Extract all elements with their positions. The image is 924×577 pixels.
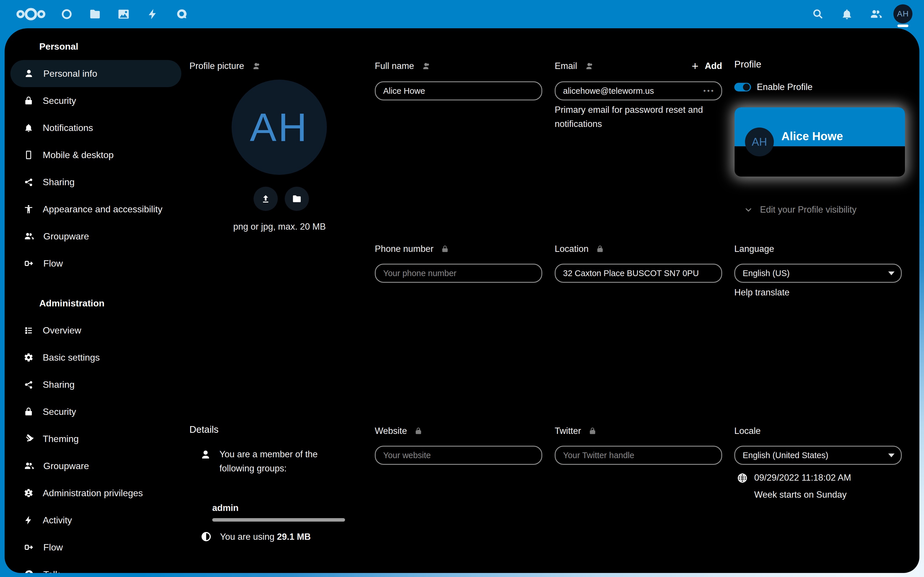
twitter-label: Twitter xyxy=(555,426,581,436)
sidebar-item-appearance-accessibility[interactable]: Appearance and accessibility xyxy=(10,196,181,223)
language-select[interactable]: English (US) xyxy=(734,264,902,283)
profile-avatar: AH xyxy=(232,80,327,175)
user-avatar-initials: AH xyxy=(897,9,909,18)
sidebar-item-theming[interactable]: Theming xyxy=(10,425,181,452)
sidebar-item-label: Flow xyxy=(43,258,63,269)
sidebar-item-admin-activity[interactable]: Activity xyxy=(10,507,181,534)
locale-label: Locale xyxy=(734,426,761,436)
sidebar-item-security[interactable]: Security xyxy=(10,87,181,114)
language-label-row: Language xyxy=(734,242,902,256)
upload-icon xyxy=(260,193,271,205)
enable-profile-toggle-row[interactable]: Enable Profile xyxy=(734,82,813,92)
files-icon xyxy=(89,8,101,21)
language-label: Language xyxy=(734,244,774,254)
account-icon xyxy=(200,449,212,461)
quota-text: You are using 29.1 MB xyxy=(220,530,311,544)
chevron-down-icon xyxy=(745,206,753,214)
gear-icon xyxy=(24,353,34,363)
enable-profile-toggle[interactable] xyxy=(734,83,751,92)
language-value: English (US) xyxy=(743,269,888,278)
choose-from-files-button[interactable] xyxy=(285,187,309,211)
lock-icon xyxy=(24,96,34,106)
dropdown-caret-icon xyxy=(888,453,895,457)
app-photos[interactable] xyxy=(115,0,132,28)
avatar-upload-caption: png or jpg, max. 20 MB xyxy=(189,222,370,232)
sidebar-item-personal-info[interactable]: Personal info xyxy=(10,60,181,87)
locale-datetime: 09/29/2022 11:18:02 AM xyxy=(754,472,851,483)
sidebar-item-groupware[interactable]: Groupware xyxy=(10,223,181,250)
scope-federated-icon[interactable] xyxy=(422,61,431,71)
sidebar-item-admin-flow[interactable]: Flow xyxy=(10,534,181,561)
paint-roller-icon xyxy=(24,434,34,444)
app-dashboard[interactable] xyxy=(58,0,75,28)
sidebar-item-label: Notifications xyxy=(43,122,93,133)
app-files[interactable] xyxy=(86,0,103,28)
sidebar-item-label: Activity xyxy=(43,515,72,525)
location-label: Location xyxy=(555,244,588,254)
twitter-input[interactable] xyxy=(555,446,722,465)
notifications-button[interactable] xyxy=(838,0,856,28)
full-name-input[interactable] xyxy=(375,81,542,100)
sidebar-item-label: Administration privileges xyxy=(43,488,143,498)
overview-icon xyxy=(24,326,34,335)
phone-input[interactable] xyxy=(375,264,542,283)
contacts-menu-button[interactable] xyxy=(867,0,884,28)
locale-select[interactable]: English (United States) xyxy=(734,446,902,465)
sidebar-item-sharing[interactable]: Sharing xyxy=(10,169,181,196)
app-talk[interactable] xyxy=(173,0,190,28)
scope-private-lock-icon[interactable] xyxy=(588,427,596,435)
website-input[interactable] xyxy=(375,446,542,465)
locale-value: English (United States) xyxy=(743,451,888,460)
sidebar-item-overview[interactable]: Overview xyxy=(10,317,181,344)
sidebar-item-admin-sharing[interactable]: Sharing xyxy=(10,371,181,398)
email-helper-text: Primary email for password reset and not… xyxy=(555,103,719,131)
contacts-icon xyxy=(24,231,34,242)
sidebar-item-notifications[interactable]: Notifications xyxy=(10,114,181,141)
scope-federated-icon[interactable] xyxy=(585,61,594,71)
locale-label-row: Locale xyxy=(734,424,902,438)
profile-picture-label-row: Profile picture xyxy=(189,59,368,73)
twitter-label-row: Twitter xyxy=(555,424,722,438)
avatar-active-indicator xyxy=(897,24,908,27)
email-label-row: Email + Add xyxy=(555,59,722,73)
scope-private-lock-icon[interactable] xyxy=(596,245,604,253)
location-input[interactable] xyxy=(555,264,722,283)
search-button[interactable] xyxy=(809,0,827,28)
locale-datetime-row: 09/29/2022 11:18:02 AM xyxy=(737,472,851,484)
quota-progress-bar xyxy=(212,518,345,522)
quota-value: 29.1 MB xyxy=(277,532,311,542)
scope-federated-icon[interactable] xyxy=(252,61,261,71)
email-input[interactable]: alicehowe@teleworm.us ••• xyxy=(555,81,722,100)
sidebar-item-label: Groupware xyxy=(43,231,89,242)
scope-private-lock-icon[interactable] xyxy=(441,245,449,253)
profile-picture-label: Profile picture xyxy=(189,61,244,71)
accessibility-icon xyxy=(24,204,34,214)
sidebar-heading-administration: Administration xyxy=(10,290,181,317)
scope-private-lock-icon[interactable] xyxy=(414,427,422,435)
app-activity[interactable] xyxy=(144,0,162,28)
user-avatar[interactable]: AH xyxy=(893,4,913,23)
settings-sidebar: Personal Personal info Security Notifica… xyxy=(10,33,181,573)
sidebar-item-label: Talk xyxy=(43,569,60,573)
sidebar-item-mobile-desktop[interactable]: Mobile & desktop xyxy=(10,141,181,169)
upload-avatar-button[interactable] xyxy=(254,187,278,211)
sidebar-item-flow[interactable]: Flow xyxy=(10,250,181,277)
gear-account-icon xyxy=(24,488,34,498)
nextcloud-logo[interactable] xyxy=(12,0,50,28)
edit-profile-visibility-button[interactable]: Edit your Profile visibility xyxy=(745,205,856,215)
toggle-knob xyxy=(743,84,750,90)
sidebar-item-admin-security[interactable]: Security xyxy=(10,398,181,425)
sidebar-item-label: Groupware xyxy=(43,461,89,471)
add-email-button[interactable]: + Add xyxy=(691,60,722,72)
sidebar-item-administration-privileges[interactable]: Administration privileges xyxy=(10,479,181,507)
sidebar-item-basic-settings[interactable]: Basic settings xyxy=(10,344,181,371)
website-label: Website xyxy=(375,426,407,436)
help-translate-link[interactable]: Help translate xyxy=(734,287,790,298)
share-icon xyxy=(24,177,34,187)
sidebar-item-admin-groupware[interactable]: Groupware xyxy=(10,452,181,479)
sidebar-item-label: Security xyxy=(43,406,76,417)
plus-icon: + xyxy=(691,60,698,72)
email-options-icon[interactable]: ••• xyxy=(703,87,715,95)
sidebar-item-admin-talk[interactable]: Talk xyxy=(10,561,181,573)
top-bar: AH xyxy=(0,0,924,28)
